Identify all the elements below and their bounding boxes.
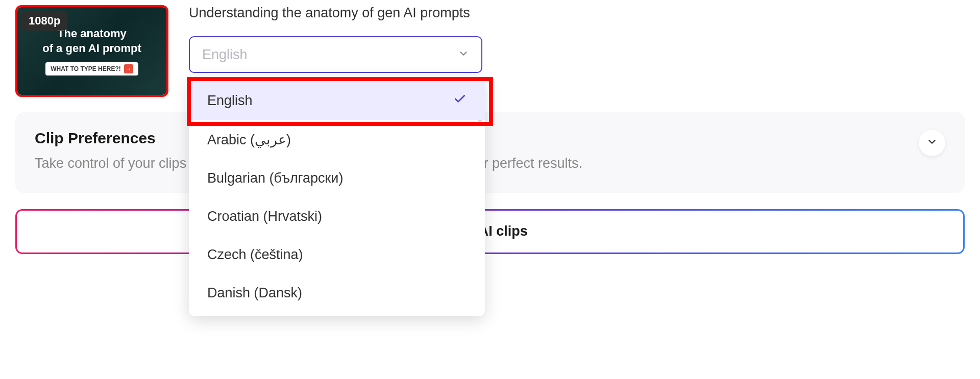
check-icon <box>453 92 467 109</box>
language-select[interactable]: English <box>189 36 482 73</box>
expand-button[interactable] <box>919 130 945 156</box>
dropdown-item-arabic[interactable]: Arabic (عربي) <box>189 120 485 159</box>
get-ai-clips-button[interactable]: Get AI clips <box>15 209 965 254</box>
dropdown-item-english[interactable]: English <box>189 81 485 120</box>
clip-preferences-card: Clip Preferences Take control of your cl… <box>15 112 965 193</box>
dropdown-item-label: Danish (Dansk) <box>207 285 302 301</box>
dropdown-item-croatian[interactable]: Croatian (Hrvatski) <box>189 197 485 236</box>
thumbnail-title: The anatomy of a gen AI prompt <box>32 27 152 56</box>
dropdown-item-czech[interactable]: Czech (čeština) <box>189 236 485 274</box>
resolution-badge: 1080p <box>21 11 67 31</box>
select-placeholder: English <box>202 47 248 63</box>
video-title: Understanding the anatomy of gen AI prom… <box>189 5 965 21</box>
language-dropdown: English Arabic (عربي) Bulgarian (българс… <box>189 77 485 316</box>
dropdown-item-label: Bulgarian (български) <box>207 170 343 186</box>
dropdown-item-bulgarian[interactable]: Bulgarian (български) <box>189 159 485 197</box>
arrow-right-icon: → <box>124 64 133 73</box>
video-thumbnail[interactable]: 1080p The anatomy of a gen AI prompt WHA… <box>15 5 168 97</box>
dropdown-item-danish[interactable]: Danish (Dansk) <box>189 274 485 312</box>
chevron-down-icon <box>926 136 938 149</box>
thumbnail-caption: WHAT TO TYPE HERE?! → <box>45 62 138 75</box>
dropdown-item-label: Arabic (عربي) <box>207 132 291 148</box>
chevron-down-icon <box>458 48 469 61</box>
dropdown-item-label: Czech (čeština) <box>207 247 303 263</box>
dropdown-item-label: English <box>207 93 253 109</box>
dropdown-item-label: Croatian (Hrvatski) <box>207 209 322 224</box>
